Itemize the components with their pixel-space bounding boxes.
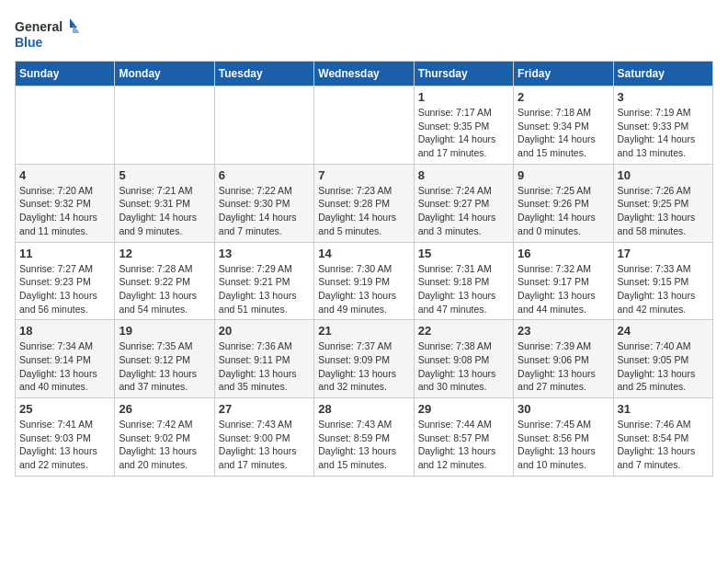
calendar-cell xyxy=(314,86,414,165)
day-number: 5 xyxy=(119,168,210,182)
calendar-cell xyxy=(16,86,115,165)
day-number: 1 xyxy=(418,90,509,104)
day-info: Sunrise: 7:41 AMSunset: 9:03 PMDaylight:… xyxy=(19,418,110,472)
day-info: Sunrise: 7:45 AMSunset: 8:56 PMDaylight:… xyxy=(518,418,609,472)
day-info: Sunrise: 7:43 AMSunset: 8:59 PMDaylight:… xyxy=(318,418,409,472)
day-info: Sunrise: 7:30 AMSunset: 9:19 PMDaylight:… xyxy=(318,262,409,316)
calendar-cell: 9Sunrise: 7:25 AMSunset: 9:26 PMDaylight… xyxy=(514,164,613,242)
calendar-cell: 28Sunrise: 7:43 AMSunset: 8:59 PMDayligh… xyxy=(314,398,414,477)
calendar-cell: 31Sunrise: 7:46 AMSunset: 8:54 PMDayligh… xyxy=(613,398,712,477)
calendar-week-row: 1Sunrise: 7:17 AMSunset: 9:35 PMDaylight… xyxy=(16,86,713,165)
day-number: 9 xyxy=(518,168,609,182)
day-info: Sunrise: 7:44 AMSunset: 8:57 PMDaylight:… xyxy=(418,418,509,472)
day-number: 25 xyxy=(19,402,110,416)
weekday-header-monday: Monday xyxy=(115,62,214,86)
day-number: 15 xyxy=(418,247,509,260)
day-number: 3 xyxy=(618,90,709,104)
calendar-cell: 18Sunrise: 7:34 AMSunset: 9:14 PMDayligh… xyxy=(16,320,115,398)
calendar-cell: 3Sunrise: 7:19 AMSunset: 9:33 PMDaylight… xyxy=(613,86,712,165)
weekday-header-saturday: Saturday xyxy=(613,62,712,86)
day-info: Sunrise: 7:24 AMSunset: 9:27 PMDaylight:… xyxy=(418,184,509,238)
day-number: 29 xyxy=(418,402,509,416)
calendar-cell: 14Sunrise: 7:30 AMSunset: 9:19 PMDayligh… xyxy=(314,242,414,320)
day-info: Sunrise: 7:26 AMSunset: 9:25 PMDaylight:… xyxy=(618,184,709,238)
day-number: 20 xyxy=(219,324,310,338)
day-number: 2 xyxy=(518,90,609,104)
logo: General Blue xyxy=(15,15,79,53)
day-info: Sunrise: 7:18 AMSunset: 9:34 PMDaylight:… xyxy=(518,106,609,160)
day-info: Sunrise: 7:31 AMSunset: 9:18 PMDaylight:… xyxy=(418,262,509,316)
day-number: 21 xyxy=(318,324,409,338)
day-number: 13 xyxy=(219,247,310,260)
calendar-cell: 10Sunrise: 7:26 AMSunset: 9:25 PMDayligh… xyxy=(613,164,712,242)
calendar-week-row: 25Sunrise: 7:41 AMSunset: 9:03 PMDayligh… xyxy=(16,398,713,477)
calendar-cell: 16Sunrise: 7:32 AMSunset: 9:17 PMDayligh… xyxy=(514,242,613,320)
day-number: 27 xyxy=(219,402,310,416)
day-info: Sunrise: 7:46 AMSunset: 8:54 PMDaylight:… xyxy=(618,418,709,472)
calendar-cell: 5Sunrise: 7:21 AMSunset: 9:31 PMDaylight… xyxy=(115,164,214,242)
day-number: 6 xyxy=(219,168,310,182)
day-number: 7 xyxy=(318,168,409,182)
day-info: Sunrise: 7:32 AMSunset: 9:17 PMDaylight:… xyxy=(518,262,609,316)
day-info: Sunrise: 7:19 AMSunset: 9:33 PMDaylight:… xyxy=(618,106,709,160)
calendar-cell: 12Sunrise: 7:28 AMSunset: 9:22 PMDayligh… xyxy=(115,242,214,320)
calendar-week-row: 4Sunrise: 7:20 AMSunset: 9:32 PMDaylight… xyxy=(16,164,713,242)
day-info: Sunrise: 7:28 AMSunset: 9:22 PMDaylight:… xyxy=(119,262,210,316)
calendar-cell: 13Sunrise: 7:29 AMSunset: 9:21 PMDayligh… xyxy=(214,242,313,320)
calendar-cell: 7Sunrise: 7:23 AMSunset: 9:28 PMDaylight… xyxy=(314,164,414,242)
calendar-cell: 15Sunrise: 7:31 AMSunset: 9:18 PMDayligh… xyxy=(414,242,513,320)
day-number: 24 xyxy=(618,324,709,338)
day-number: 17 xyxy=(618,247,709,260)
calendar-cell: 24Sunrise: 7:40 AMSunset: 9:05 PMDayligh… xyxy=(613,320,712,398)
calendar-cell: 4Sunrise: 7:20 AMSunset: 9:32 PMDaylight… xyxy=(16,164,115,242)
day-number: 12 xyxy=(119,247,210,260)
calendar-cell: 27Sunrise: 7:43 AMSunset: 9:00 PMDayligh… xyxy=(214,398,313,477)
day-number: 23 xyxy=(518,324,609,338)
day-info: Sunrise: 7:36 AMSunset: 9:11 PMDaylight:… xyxy=(219,339,310,394)
calendar-cell: 8Sunrise: 7:24 AMSunset: 9:27 PMDaylight… xyxy=(414,164,513,242)
day-info: Sunrise: 7:22 AMSunset: 9:30 PMDaylight:… xyxy=(219,184,310,238)
day-info: Sunrise: 7:42 AMSunset: 9:02 PMDaylight:… xyxy=(119,418,210,472)
calendar-cell: 2Sunrise: 7:18 AMSunset: 9:34 PMDaylight… xyxy=(514,86,613,165)
day-number: 28 xyxy=(318,402,409,416)
day-number: 31 xyxy=(618,402,709,416)
day-info: Sunrise: 7:38 AMSunset: 9:08 PMDaylight:… xyxy=(418,339,509,394)
calendar-cell: 23Sunrise: 7:39 AMSunset: 9:06 PMDayligh… xyxy=(514,320,613,398)
calendar-cell: 25Sunrise: 7:41 AMSunset: 9:03 PMDayligh… xyxy=(16,398,115,477)
logo-svg: General Blue xyxy=(15,15,79,53)
day-number: 4 xyxy=(19,168,110,182)
day-info: Sunrise: 7:37 AMSunset: 9:09 PMDaylight:… xyxy=(318,339,409,394)
day-number: 22 xyxy=(418,324,509,338)
weekday-header-wednesday: Wednesday xyxy=(314,62,414,86)
day-number: 11 xyxy=(19,247,110,260)
day-number: 26 xyxy=(119,402,210,416)
day-info: Sunrise: 7:27 AMSunset: 9:23 PMDaylight:… xyxy=(19,262,110,316)
day-info: Sunrise: 7:40 AMSunset: 9:05 PMDaylight:… xyxy=(618,339,709,394)
day-number: 14 xyxy=(318,247,409,260)
svg-text:Blue: Blue xyxy=(15,35,43,50)
calendar-cell: 21Sunrise: 7:37 AMSunset: 9:09 PMDayligh… xyxy=(314,320,414,398)
calendar-table: SundayMondayTuesdayWednesdayThursdayFrid… xyxy=(15,61,713,477)
calendar-cell: 6Sunrise: 7:22 AMSunset: 9:30 PMDaylight… xyxy=(214,164,313,242)
calendar-week-row: 18Sunrise: 7:34 AMSunset: 9:14 PMDayligh… xyxy=(16,320,713,398)
calendar-cell: 11Sunrise: 7:27 AMSunset: 9:23 PMDayligh… xyxy=(16,242,115,320)
day-info: Sunrise: 7:35 AMSunset: 9:12 PMDaylight:… xyxy=(119,339,210,394)
weekday-header-sunday: Sunday xyxy=(16,62,115,86)
day-info: Sunrise: 7:33 AMSunset: 9:15 PMDaylight:… xyxy=(618,262,709,316)
day-info: Sunrise: 7:43 AMSunset: 9:00 PMDaylight:… xyxy=(219,418,310,472)
day-info: Sunrise: 7:17 AMSunset: 9:35 PMDaylight:… xyxy=(418,106,509,160)
day-number: 30 xyxy=(518,402,609,416)
calendar-cell: 19Sunrise: 7:35 AMSunset: 9:12 PMDayligh… xyxy=(115,320,214,398)
day-info: Sunrise: 7:21 AMSunset: 9:31 PMDaylight:… xyxy=(119,184,210,238)
day-info: Sunrise: 7:29 AMSunset: 9:21 PMDaylight:… xyxy=(219,262,310,316)
svg-marker-3 xyxy=(73,24,79,33)
weekday-header-tuesday: Tuesday xyxy=(214,62,313,86)
day-info: Sunrise: 7:20 AMSunset: 9:32 PMDaylight:… xyxy=(19,184,110,238)
weekday-header-thursday: Thursday xyxy=(414,62,513,86)
svg-text:General: General xyxy=(15,19,63,34)
calendar-week-row: 11Sunrise: 7:27 AMSunset: 9:23 PMDayligh… xyxy=(16,242,713,320)
calendar-cell: 29Sunrise: 7:44 AMSunset: 8:57 PMDayligh… xyxy=(414,398,513,477)
day-number: 10 xyxy=(618,168,709,182)
day-info: Sunrise: 7:23 AMSunset: 9:28 PMDaylight:… xyxy=(318,184,409,238)
calendar-cell xyxy=(214,86,313,165)
